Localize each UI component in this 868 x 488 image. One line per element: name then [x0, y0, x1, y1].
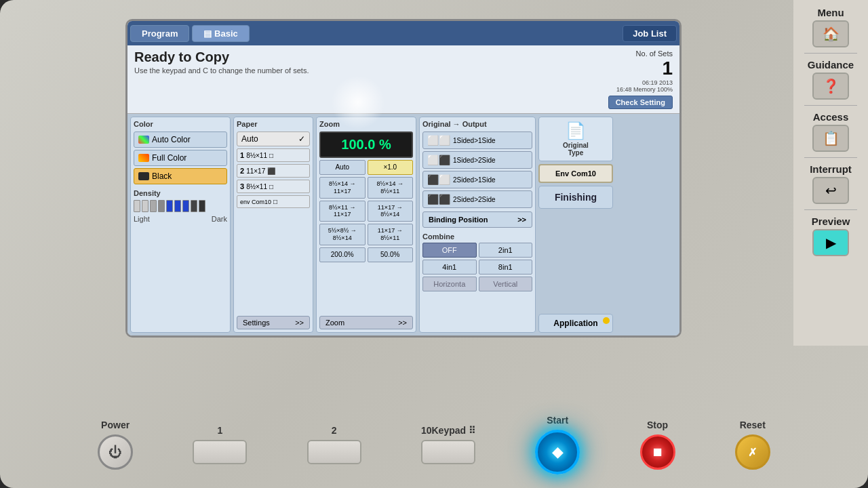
density-dark-label: Dark — [212, 215, 227, 223]
horizontal-button[interactable]: Horizonta — [422, 277, 477, 291]
binding-position-button[interactable]: Binding Position >> — [422, 211, 532, 228]
zoom-x1-button[interactable]: ×1.0 — [368, 160, 414, 175]
zoom-panel: Zoom 100.0 % Auto ×1.0 8½×14 →11×17 8½×1… — [316, 117, 416, 333]
zoom-auto-button[interactable]: Auto — [319, 160, 366, 175]
black-button[interactable]: Black — [134, 168, 227, 184]
guidance-icon: ❓ — [812, 73, 849, 100]
sidebar-item-menu[interactable]: Menu 🏠 — [800, 7, 861, 47]
keypad-button[interactable] — [421, 440, 475, 464]
original-type-button[interactable]: 📄 OriginalType — [538, 117, 613, 161]
combine-title: Combine — [422, 232, 532, 241]
density-seg-1 — [134, 200, 140, 212]
zoom-r6-button[interactable]: 11×17 →8½×11 — [368, 224, 414, 245]
auto-color-swatch — [138, 136, 149, 144]
stop-icon: ⏹ — [652, 445, 664, 460]
paper-title: Paper — [237, 120, 310, 128]
sidebar-divider-3 — [804, 157, 857, 158]
zoom-r1-button[interactable]: 8½×14 →11×17 — [319, 177, 366, 199]
header-left: Ready to Copy Use the keypad and C to ch… — [134, 49, 309, 75]
right-panel: 📄 OriginalType Env Com10 Finishing Appli… — [538, 117, 613, 333]
density-seg-5[interactable] — [166, 200, 173, 212]
full-color-swatch — [138, 154, 149, 162]
application-dot — [603, 317, 610, 324]
preview-icon: ▶ — [812, 229, 849, 256]
btn2-control: 2 — [307, 425, 361, 464]
menu-label: Menu — [817, 7, 844, 18]
zoom-r5-button[interactable]: 5½×8½ →8½×14 — [319, 224, 366, 245]
zoom-r4-button[interactable]: 11×17 →8½×14 — [368, 201, 414, 222]
machine-body: Program ▤ Basic Job List Ready to Copy U… — [0, 0, 868, 488]
original-type-icon: 📄 — [566, 121, 586, 140]
output-2s1s-button[interactable]: ⬛⬜ 2Sided>1Side — [422, 171, 532, 188]
sidebar-divider-2 — [804, 105, 857, 106]
zoom-50-button[interactable]: 50.0% — [368, 247, 414, 262]
sidebar-item-guidance[interactable]: Guidance ❓ — [800, 59, 861, 100]
paper-tray-3[interactable]: 3 8½×11 □ — [237, 180, 310, 193]
full-color-button[interactable]: Full Color — [134, 150, 227, 166]
paper-tray-2[interactable]: 2 11×17 ⬛ — [237, 164, 310, 178]
output-1s2s-button[interactable]: ⬜⬛ 1Sided>2Side — [422, 151, 532, 169]
zoom-r3-button[interactable]: 8½×11 →11×17 — [319, 201, 366, 222]
density-seg-8[interactable] — [191, 200, 197, 212]
reset-label: Reset — [740, 420, 766, 430]
env-com10-button[interactable]: Env Com10 — [538, 164, 613, 183]
check-setting-button[interactable]: Check Setting — [608, 96, 673, 109]
zoom-more-button[interactable]: Zoom >> — [319, 316, 413, 329]
header-right: No. of Sets 1 06:19 2013 16:48 Memory 10… — [608, 49, 673, 109]
combine-off-button[interactable]: OFF — [422, 243, 477, 258]
density-seg-6[interactable] — [174, 200, 181, 212]
combine-row-2: 4in1 8in1 — [422, 260, 532, 274]
density-seg-7[interactable] — [182, 200, 189, 212]
btn1-label: 1 — [217, 425, 222, 436]
paper-tray-1[interactable]: 1 8½×11 □ — [237, 148, 310, 162]
application-button[interactable]: Application — [538, 314, 613, 333]
job-list-button[interactable]: Job List — [623, 25, 677, 42]
original-type-label: OriginalType — [563, 142, 589, 157]
reset-icon: ✗ — [748, 446, 757, 459]
btn1-button[interactable] — [193, 440, 247, 464]
combine-section: Combine OFF 2in1 4in1 8in1 Horizonta Ver… — [422, 232, 532, 291]
sidebar-divider-4 — [804, 209, 857, 210]
no-of-sets-label: No. of Sets — [636, 49, 673, 58]
vertical-button[interactable]: Vertical — [479, 277, 533, 291]
bottom-controls: Power ⏻ 1 2 10Keypad ⠿ Start ◆ Stop ⏹ — [68, 415, 800, 474]
btn1-control: 1 — [193, 425, 247, 464]
finishing-button[interactable]: Finishing — [538, 186, 613, 209]
density-seg-9[interactable] — [199, 200, 205, 212]
header-subtitle: Use the keypad and C to change the numbe… — [134, 66, 309, 75]
combine-4in1-button[interactable]: 4in1 — [422, 260, 477, 274]
tab-program[interactable]: Program — [130, 25, 189, 42]
home-icon: 🏠 — [812, 20, 849, 47]
tab-basic[interactable]: ▤ Basic — [192, 25, 249, 42]
output-2s2s-button[interactable]: ⬛⬛ 2Sided>2Side — [422, 190, 532, 208]
zoom-200-button[interactable]: 200.0% — [319, 247, 366, 262]
power-button[interactable]: ⏻ — [98, 434, 133, 470]
combine-8in1-button[interactable]: 8in1 — [479, 260, 533, 274]
paper-auto-button[interactable]: Auto ✓ — [237, 131, 310, 146]
paper-settings-button[interactable]: Settings >> — [237, 316, 310, 329]
zoom-r2-button[interactable]: 8½×14 →8½×11 — [368, 177, 414, 199]
zoom-row-4: 5½×8½ →8½×14 11×17 →8½×11 — [319, 224, 413, 245]
btn2-button[interactable] — [307, 440, 361, 464]
output-title: Original → Output — [422, 120, 532, 128]
density-seg-3 — [150, 200, 157, 212]
sidebar-item-preview[interactable]: Preview ▶ — [800, 216, 861, 256]
power-control: Power ⏻ — [98, 420, 133, 470]
density-section: Density Ligh — [134, 189, 227, 223]
output-panel: Original → Output ⬜⬜ 1Sided>1Side ⬜⬛ 1Si… — [419, 117, 536, 333]
stop-button[interactable]: ⏹ — [640, 434, 675, 470]
reset-button[interactable]: ✗ — [735, 434, 770, 470]
sidebar-item-interrupt[interactable]: Interrupt ↩ — [800, 163, 861, 204]
access-icon: 📋 — [812, 125, 849, 152]
paper-env-tray[interactable]: env Com10 □ — [237, 195, 310, 208]
output-1s1s-button[interactable]: ⬜⬜ 1Sided>1Side — [422, 131, 532, 149]
hv-row: Horizonta Vertical — [422, 277, 532, 291]
density-bar — [134, 200, 227, 212]
sidebar-item-access[interactable]: Access 📋 — [800, 111, 861, 152]
combine-2in1-button[interactable]: 2in1 — [479, 243, 533, 258]
auto-color-button[interactable]: Auto Color — [134, 131, 227, 148]
guidance-label: Guidance — [808, 59, 854, 70]
start-button[interactable]: ◆ — [535, 430, 580, 474]
start-control: Start ◆ — [535, 415, 580, 474]
black-swatch — [138, 172, 149, 180]
